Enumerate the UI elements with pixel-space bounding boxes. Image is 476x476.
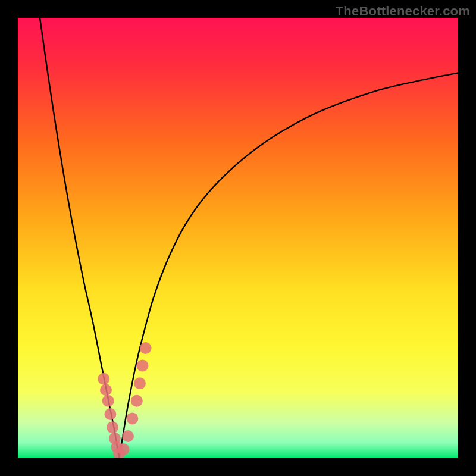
marker-dot [98, 373, 109, 385]
marker-dot [118, 443, 130, 455]
curve-layer [18, 18, 458, 458]
marker-dot [122, 430, 134, 442]
chart-frame: TheBottlenecker.com [0, 0, 476, 476]
marker-dot [100, 384, 112, 396]
right-branch-path [119, 73, 458, 459]
marker-dot [102, 395, 114, 407]
attribution-text: TheBottlenecker.com [336, 4, 470, 19]
marker-dot [104, 408, 116, 420]
marker-dot [136, 360, 148, 372]
marker-dot [134, 377, 146, 389]
marker-dot [131, 395, 143, 407]
marker-dot [140, 342, 152, 354]
marker-dot [126, 412, 138, 424]
marker-group [98, 342, 151, 458]
plot-area [18, 18, 458, 458]
marker-dot [107, 421, 118, 433]
